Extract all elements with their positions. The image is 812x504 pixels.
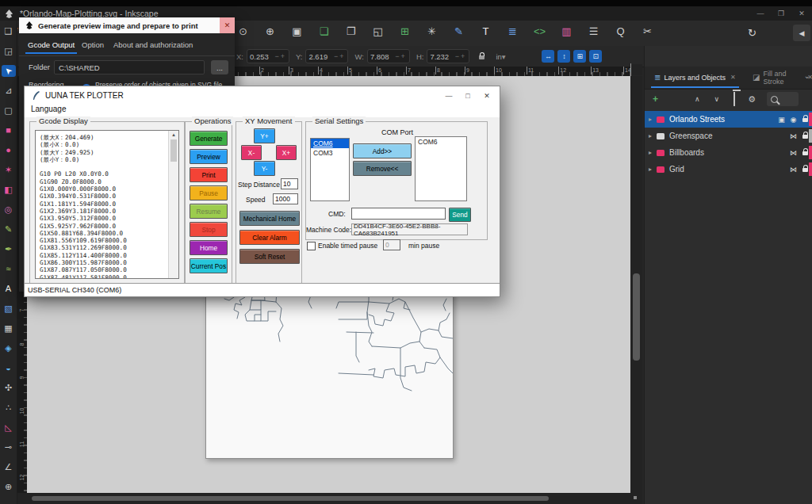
home-button[interactable]: Home [190, 240, 228, 255]
selected-ports-list[interactable]: COM6 [415, 136, 467, 201]
visibility-icon[interactable]: ⋈ [787, 132, 799, 140]
command-icon[interactable]: ⊞ [398, 25, 412, 37]
vertical-scrollbar-thumb[interactable] [633, 273, 640, 361]
minimize-button[interactable]: — [439, 92, 458, 100]
generate-dialog-titlebar[interactable]: Generate preview image and prepare to pr… [19, 17, 235, 33]
scale-stroke-toggle[interactable]: ↔ [542, 50, 554, 63]
plotter-titlebar[interactable]: UUNA TEK PLOTTER — □ ✕ [25, 86, 500, 105]
orlando-streets[interactable]: ▸ Orlando Streets ▣ ◉ [645, 111, 812, 128]
lock-icon[interactable] [802, 118, 808, 122]
resize-grip[interactable] [634, 496, 637, 499]
step-distance-input[interactable] [281, 178, 298, 189]
dropper-tool[interactable]: ◈ [2, 342, 16, 354]
selector-tool[interactable]: ➤ [2, 65, 16, 77]
visibility-icon[interactable]: ⋈ [787, 166, 799, 174]
generate-button[interactable]: Generate [190, 131, 228, 146]
box3d-tool[interactable]: ◧ [2, 184, 16, 196]
command-icon[interactable]: ❐ [344, 25, 358, 37]
soft-reset-button[interactable]: Soft Reset [239, 249, 300, 264]
node-tool[interactable]: ⊿ [2, 85, 16, 97]
rectangle-tool[interactable]: ■ [2, 124, 16, 136]
horizontal-scrollbar[interactable] [17, 493, 642, 504]
w-field[interactable]: W: 7.808−+ [354, 49, 409, 63]
tab-gcode-output[interactable]: Gcode Output [28, 40, 75, 49]
close-button[interactable]: ✕ [220, 17, 235, 33]
mesh-tool[interactable]: ▦ [2, 323, 16, 334]
command-icon[interactable]: ◱ [371, 25, 385, 37]
y-minus-button[interactable]: Y- [254, 161, 275, 176]
resume-button[interactable]: Resume [190, 204, 228, 219]
billboards[interactable]: ▸ Billboards ⋈ [645, 144, 812, 161]
lock-icon[interactable] [802, 135, 808, 139]
tab-option[interactable]: Option [82, 40, 104, 49]
x-minus-button[interactable]: X- [241, 145, 262, 160]
port-item[interactable]: COM6 [311, 139, 349, 148]
expander-icon[interactable]: ▸ [645, 166, 657, 173]
x-plus-button[interactable]: X+ [276, 145, 297, 160]
spray-tool[interactable]: ∴ [2, 402, 16, 414]
scale-corners-toggle[interactable]: ↕ [557, 50, 570, 63]
minimize-button[interactable]: — [750, 10, 771, 17]
command-icon[interactable]: ▣ [290, 25, 304, 37]
port-item[interactable]: COM6 [416, 137, 466, 147]
lock-icon[interactable] [802, 151, 808, 155]
import-image-icon[interactable]: ◲ [2, 45, 16, 57]
command-icon[interactable]: ✂ [641, 25, 654, 37]
current-pos-button[interactable]: Current Pos [190, 258, 228, 273]
gcode-scrollbar-thumb[interactable] [170, 139, 177, 162]
preview-button[interactable]: Preview [190, 149, 228, 164]
maximize-button[interactable]: □ [458, 92, 477, 100]
unit-dropdown[interactable]: in▾ [496, 50, 519, 63]
shape-builder-tool[interactable]: ▢ [2, 105, 16, 116]
command-icon[interactable]: ⊙ [236, 25, 250, 37]
document-new-icon[interactable]: ❑ [2, 25, 16, 37]
remove-port-button[interactable]: Remove<< [353, 161, 412, 176]
timed-pause-input[interactable] [383, 239, 400, 250]
pause-button[interactable]: Pause [190, 185, 228, 200]
star-tool[interactable]: ✶ [2, 164, 16, 176]
gcode-textarea[interactable]: (最大X：204.469)(最小X：0.0)(最大Y：249.925)(最小Y：… [35, 130, 179, 279]
horizontal-scrollbar-thumb[interactable] [32, 496, 549, 501]
command-icon[interactable]: T [479, 25, 492, 37]
lock-icon[interactable] [802, 168, 808, 172]
command-icon[interactable]: <> [533, 25, 546, 37]
command-icon[interactable]: ☰ [587, 25, 600, 37]
measure-tool[interactable]: ∠ [2, 461, 16, 473]
connector-tool[interactable]: ⊸ [2, 441, 16, 453]
snap-refresh-icon[interactable]: ↻ [745, 27, 759, 39]
y-plus-button[interactable]: Y+ [254, 128, 275, 143]
speed-input[interactable] [273, 193, 298, 204]
command-icon[interactable]: ❏ [317, 25, 331, 37]
eraser-tool[interactable]: ◺ [2, 422, 16, 433]
available-ports-list[interactable]: COM6COM3 [310, 138, 350, 201]
cmd-input[interactable] [351, 208, 446, 220]
desk-color-button[interactable] [630, 64, 642, 75]
folder-value[interactable]: C:\SHARED [54, 60, 205, 74]
expander-icon[interactable]: ▸ [645, 132, 657, 139]
x-field[interactable]: X: 0.253−+ [236, 49, 289, 63]
maximize-button[interactable]: ❐ [771, 10, 791, 17]
command-icon[interactable]: ≣ [506, 25, 519, 37]
pen-tool[interactable]: ✒ [2, 243, 16, 255]
send-button[interactable]: Send [449, 208, 471, 222]
tweak-tool[interactable]: ✣ [2, 382, 16, 394]
menu-language[interactable]: Language [31, 105, 67, 113]
expander-icon[interactable]: ▸ [645, 149, 657, 156]
lower-layer-button[interactable]: ∨ [714, 95, 720, 103]
visibility-icon[interactable]: ◉ [787, 116, 799, 124]
command-icon[interactable]: ▥ [560, 25, 573, 37]
zoom-tool[interactable]: ⊕ [2, 481, 16, 493]
grid[interactable]: ▸ Grid ⋈ [645, 161, 812, 178]
spiral-tool[interactable]: ◎ [2, 204, 16, 216]
print-button[interactable]: Print [190, 167, 228, 182]
close-button[interactable]: ✕ [791, 10, 812, 17]
pencil-tool[interactable]: ✎ [2, 223, 16, 235]
command-icon[interactable]: ⊕ [263, 25, 277, 37]
snap-collapse-button[interactable]: ◀ [793, 25, 810, 41]
port-item[interactable]: COM3 [311, 148, 349, 158]
close-tab-icon[interactable]: ✕ [730, 74, 736, 81]
move-gradients-toggle[interactable]: ⊞ [573, 50, 586, 63]
browse-button[interactable]: ... [211, 60, 228, 74]
add-layer-button[interactable]: + [653, 94, 658, 105]
tab-layers-and-objects[interactable]: ≣ Layers and Objects ✕ [654, 67, 736, 88]
